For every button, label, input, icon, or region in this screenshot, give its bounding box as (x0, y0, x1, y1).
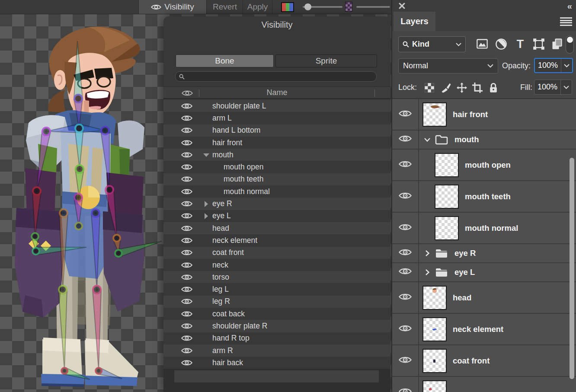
layer-eye-toggle[interactable] (399, 109, 412, 119)
visibility-eye-toggle[interactable] (181, 237, 192, 244)
lock-transparency-icon[interactable] (424, 83, 435, 93)
row-expander[interactable] (203, 201, 210, 207)
visibility-row[interactable]: arm R (163, 344, 390, 357)
visibility-row[interactable]: coat front (163, 247, 390, 259)
visibility-eye-toggle[interactable] (181, 359, 192, 367)
visibility-row[interactable]: coat back (163, 308, 390, 320)
layer-eye-toggle[interactable] (399, 223, 412, 233)
visibility-row[interactable]: leg R (163, 296, 390, 308)
layer-row[interactable] (392, 377, 576, 392)
layer-eye-toggle[interactable] (399, 160, 412, 170)
layer-thumbnail[interactable] (422, 349, 447, 373)
row-expander[interactable] (203, 213, 210, 219)
group-expander[interactable] (423, 249, 431, 257)
apply-button[interactable]: Apply (243, 0, 272, 14)
group-expander[interactable] (423, 268, 431, 276)
filter-image-icon[interactable] (476, 38, 488, 50)
layer-eye-toggle[interactable] (399, 248, 412, 258)
layer-eye-toggle[interactable] (399, 293, 412, 303)
bone-color-slider-knob[interactable] (304, 3, 311, 10)
visibility-row[interactable]: mouth normal (163, 185, 390, 198)
visibility-eye-toggle[interactable] (181, 298, 192, 305)
layer-row[interactable]: mouth normal (392, 213, 576, 244)
layer-thumbnail[interactable] (422, 286, 447, 310)
tab-layers[interactable]: Layers (394, 12, 435, 31)
row-expander[interactable] (203, 152, 210, 158)
visibility-eye-toggle[interactable] (181, 200, 192, 207)
fill-field[interactable]: 100% (534, 80, 572, 95)
visibility-eye-toggle[interactable] (181, 212, 192, 220)
sprite-preview-swatch[interactable] (345, 2, 352, 12)
search-box[interactable] (175, 71, 377, 82)
filter-smart-object-icon[interactable] (551, 38, 563, 50)
layer-thumbnail[interactable] (435, 216, 459, 240)
layer-group-row[interactable]: eye L (392, 263, 576, 282)
layer-row[interactable]: neck element (392, 314, 576, 345)
filter-shape-icon[interactable] (533, 38, 545, 50)
visibility-row[interactable]: eye L (163, 210, 390, 222)
layers-scrollbar-thumb[interactable] (570, 158, 574, 379)
layer-eye-toggle[interactable] (399, 387, 412, 392)
tab-bone[interactable]: Bone (176, 54, 274, 67)
filter-adjustment-icon[interactable] (495, 38, 507, 50)
lock-pixels-icon[interactable] (441, 83, 451, 93)
visibility-row[interactable]: neck (163, 259, 390, 271)
visibility-eye-toggle[interactable] (181, 127, 192, 134)
visibility-eye-toggle[interactable] (181, 274, 192, 281)
visibility-eye-toggle[interactable] (181, 322, 192, 330)
visibility-eye-toggle[interactable] (181, 225, 192, 232)
tab-sprite[interactable]: Sprite (275, 54, 377, 67)
layer-thumbnail[interactable] (435, 153, 459, 177)
visibility-eye-toggle[interactable] (181, 261, 192, 269)
visibility-row[interactable]: mouth open (163, 161, 390, 173)
bone-color-swatch[interactable] (281, 2, 294, 12)
layer-row[interactable]: hair front (392, 99, 576, 131)
visibility-eye-toggle[interactable] (181, 115, 192, 122)
visibility-row[interactable]: head (163, 222, 390, 234)
visibility-eye-toggle[interactable] (181, 335, 192, 342)
layer-eye-toggle[interactable] (399, 267, 412, 277)
revert-button[interactable]: Revert (207, 0, 243, 14)
lock-all-icon[interactable] (488, 83, 499, 93)
layer-eye-toggle[interactable] (399, 324, 412, 334)
visibility-row[interactable]: arm L (163, 112, 390, 124)
visibility-eye-toggle[interactable] (181, 310, 192, 318)
visibility-eye-toggle[interactable] (181, 286, 192, 293)
visibility-row[interactable]: hand R top (163, 332, 390, 344)
close-icon[interactable] (399, 3, 405, 9)
visibility-eye-toggle[interactable] (181, 347, 192, 354)
visibility-row[interactable]: neck element (163, 234, 390, 246)
visibility-row[interactable]: hair front (163, 137, 390, 149)
visibility-row[interactable]: torso (163, 271, 390, 283)
filter-type-icon[interactable]: T (514, 38, 526, 50)
layer-thumbnail[interactable] (422, 102, 447, 127)
visibility-row[interactable]: shoulder plate L (163, 100, 390, 112)
search-input[interactable] (187, 73, 360, 80)
layer-eye-toggle[interactable] (399, 134, 412, 144)
layer-eye-toggle[interactable] (399, 356, 412, 366)
layer-row[interactable]: coat front (392, 345, 576, 377)
filter-toggle[interactable] (566, 35, 574, 54)
visibility-row[interactable]: leg L (163, 283, 390, 295)
collapse-panel-icon[interactable]: « (567, 1, 572, 11)
layer-thumbnail[interactable] (435, 185, 459, 209)
visibility-eye-toggle[interactable] (181, 102, 192, 110)
fill-dropdown[interactable] (560, 80, 572, 94)
panel-menu-icon[interactable] (560, 17, 572, 26)
layer-thumbnail[interactable] (422, 380, 447, 392)
visibility-eye-toggle[interactable] (181, 249, 192, 256)
layer-group-row[interactable]: eye R (392, 244, 576, 263)
visibility-eye-toggle[interactable] (181, 151, 192, 159)
layer-thumbnail[interactable] (422, 317, 447, 341)
layer-group-row[interactable]: mouth (392, 131, 576, 150)
visibility-eye-toggle[interactable] (181, 188, 192, 195)
blend-mode-select[interactable]: Normal (398, 58, 498, 73)
visibility-eye-toggle[interactable] (181, 163, 192, 171)
visibility-row[interactable]: mouth (163, 149, 390, 161)
layer-row[interactable]: mouth open (392, 150, 576, 181)
layer-row[interactable]: head (392, 282, 576, 314)
visibility-row[interactable]: mouth teeth (163, 173, 390, 185)
visibility-row[interactable]: eye R (163, 198, 390, 210)
opacity-field[interactable]: 100% (534, 58, 573, 73)
visibility-row[interactable]: shoulder plate R (163, 320, 390, 332)
